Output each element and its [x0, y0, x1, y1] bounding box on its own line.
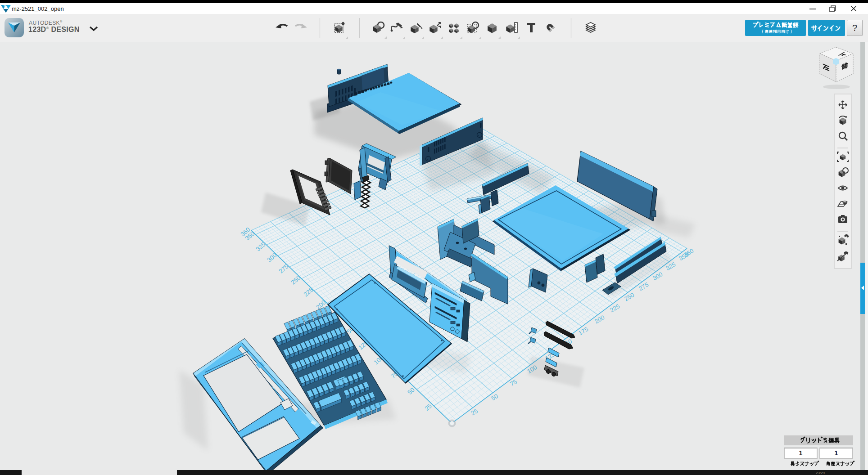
- svg-text:50: 50: [407, 386, 416, 396]
